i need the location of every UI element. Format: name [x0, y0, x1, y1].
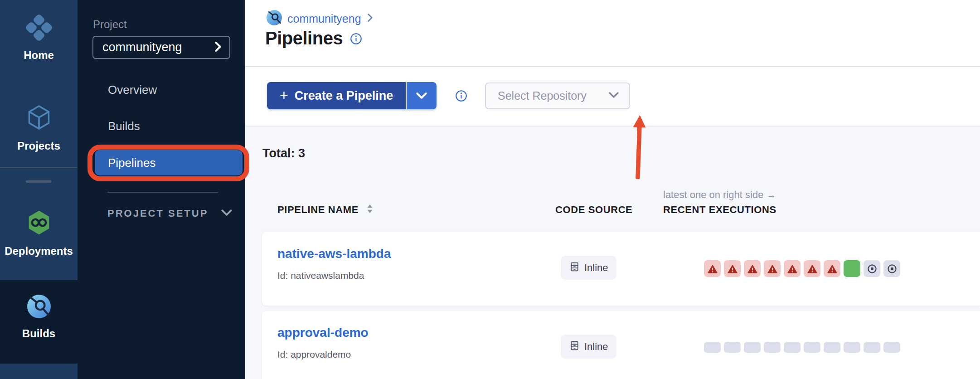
pipelines-content: Total: 3 PIPELINE NAME CODE SOURCE lates… — [245, 126, 980, 379]
toolbar: + Create a Pipeline Select Repository — [245, 67, 980, 126]
deployments-hexagon-icon — [26, 209, 52, 238]
create-pipeline-caret[interactable] — [407, 82, 437, 109]
project-selector[interactable]: communityeng — [92, 36, 230, 59]
project-panel: Project communityeng Overview Builds Pip… — [78, 0, 245, 379]
nav-rail: Home Projects — [0, 0, 78, 379]
pipeline-row[interactable]: native-aws-lambda Id: nativeawslambda In… — [262, 232, 980, 306]
create-pipeline-button[interactable]: + Create a Pipeline — [267, 82, 437, 109]
execution-empty-slot — [764, 342, 781, 353]
breadcrumb-chevron-icon — [367, 13, 374, 24]
breadcrumb-project-link[interactable]: communityeng — [287, 12, 361, 25]
pipeline-name-link[interactable]: native-aws-lambda — [277, 247, 391, 261]
project-setup-label: PROJECT SETUP — [107, 208, 208, 219]
home-icon — [25, 14, 53, 44]
rail-item-projects[interactable]: Projects — [0, 103, 78, 152]
code-source-label: Inline — [584, 341, 608, 353]
inline-store-icon — [569, 261, 580, 275]
rail-label-builds: Builds — [22, 327, 55, 340]
chevron-down-icon — [608, 92, 619, 100]
panel-divider — [107, 192, 218, 193]
title-row: Pipelines — [265, 28, 362, 49]
column-header-pipeline-name[interactable]: PIPELINE NAME — [277, 204, 373, 216]
chevron-down-icon — [416, 92, 427, 99]
execution-empty-slot — [744, 342, 761, 353]
execution-empty-slot — [844, 342, 860, 353]
recent-executions — [704, 260, 900, 277]
create-pipeline-label: Create a Pipeline — [295, 89, 393, 103]
rail-label-deployments: Deployments — [5, 245, 73, 258]
sort-icon[interactable] — [367, 204, 373, 216]
plus-icon: + — [280, 88, 288, 102]
execution-empty-slot — [784, 342, 800, 353]
total-count: Total: 3 — [262, 146, 305, 160]
code-source-badge: Inline — [561, 335, 616, 359]
column-header-code-source: CODE SOURCE — [555, 204, 632, 216]
page-title: Pipelines — [265, 28, 343, 49]
execution-aborted-icon[interactable] — [883, 260, 900, 277]
rail-label-home: Home — [24, 49, 54, 62]
project-selector-value: communityeng — [102, 40, 182, 54]
pipelines-page: Home Projects — [0, 0, 980, 379]
panel-nav-builds[interactable]: Builds — [108, 119, 140, 133]
execution-failed-icon[interactable] — [824, 260, 840, 277]
execution-empty-slot — [704, 342, 721, 353]
execution-failed-icon[interactable] — [744, 260, 761, 277]
pipeline-name-header-label: PIPELINE NAME — [277, 204, 359, 216]
recent-executions-header-label: RECENT EXECUTIONS — [663, 204, 776, 216]
rail-label-projects: Projects — [17, 140, 60, 152]
pipeline-id: Id: approvaldemo — [277, 349, 351, 360]
repository-select[interactable]: Select Repository — [485, 83, 630, 109]
pipeline-rows: native-aws-lambda Id: nativeawslambda In… — [262, 232, 980, 379]
execution-aborted-icon[interactable] — [864, 260, 880, 277]
project-section-label: Project — [93, 18, 127, 31]
execution-failed-icon[interactable] — [724, 260, 741, 277]
project-setup-toggle[interactable]: PROJECT SETUP — [107, 208, 233, 219]
execution-empty-slot — [724, 342, 741, 353]
execution-failed-icon[interactable] — [804, 260, 820, 277]
execution-success-icon[interactable] — [844, 260, 860, 277]
recent-executions — [704, 339, 900, 353]
breadcrumb: communityeng — [267, 10, 374, 27]
executions-hint: latest one on right side → — [663, 189, 776, 201]
chevron-right-icon — [214, 41, 222, 54]
pipeline-id: Id: nativeawslambda — [277, 270, 364, 281]
panel-nav-pipelines[interactable]: Pipelines — [95, 150, 243, 175]
project-ci-icon — [267, 10, 282, 27]
rail-item-home[interactable]: Home — [0, 14, 78, 62]
repository-select-placeholder: Select Repository — [498, 89, 587, 102]
panel-nav-overview[interactable]: Overview — [108, 83, 157, 97]
execution-empty-slot — [883, 342, 900, 353]
code-source-header-label: CODE SOURCE — [555, 204, 632, 216]
code-source-label: Inline — [584, 262, 608, 274]
execution-failed-icon[interactable] — [764, 260, 781, 277]
chevron-down-icon — [221, 209, 233, 218]
code-source-badge: Inline — [561, 256, 616, 280]
execution-empty-slot — [804, 342, 820, 353]
execution-empty-slot — [864, 342, 880, 353]
rail-collapse-handle[interactable] — [26, 180, 51, 183]
pipeline-row[interactable]: approval-demo Id: approvaldemo Inline — [262, 311, 980, 379]
rail-divider — [0, 167, 78, 168]
create-info-icon[interactable] — [455, 90, 467, 102]
execution-empty-slot — [824, 342, 840, 353]
projects-cube-icon — [26, 103, 52, 133]
main-area: communityeng Pipelines + Create a Pipeli… — [245, 0, 980, 379]
execution-failed-icon[interactable] — [784, 260, 800, 277]
rail-item-deployments[interactable]: Deployments — [0, 209, 78, 258]
title-info-icon[interactable] — [350, 33, 362, 47]
pipeline-name-link[interactable]: approval-demo — [277, 326, 369, 340]
rail-item-builds[interactable]: Builds — [0, 295, 78, 340]
inline-store-icon — [569, 340, 580, 354]
builds-ci-icon — [27, 295, 51, 320]
create-pipeline-main[interactable]: + Create a Pipeline — [267, 82, 406, 109]
column-header-recent-executions: RECENT EXECUTIONS — [663, 204, 776, 216]
execution-failed-icon[interactable] — [704, 260, 721, 277]
